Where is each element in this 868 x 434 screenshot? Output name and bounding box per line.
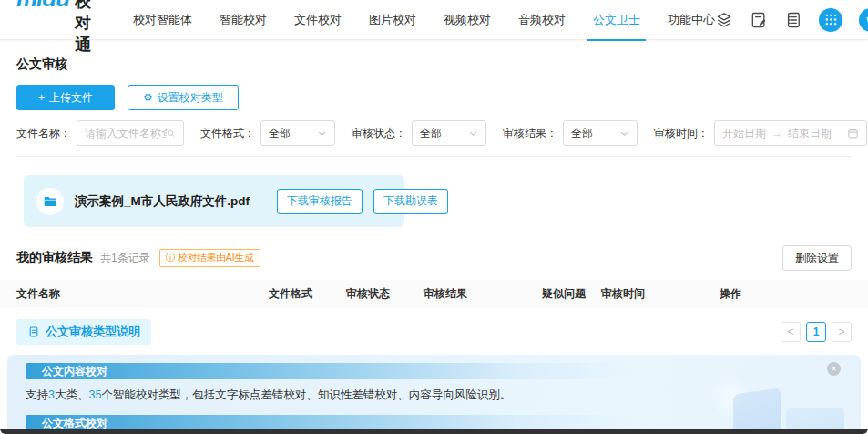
file-format-label: 文件格式：: [200, 126, 255, 141]
col-file-name: 文件名称: [16, 286, 269, 302]
logo-text-en: midu: [16, 0, 69, 13]
results-count: 共1条记录: [100, 251, 150, 266]
col-review-status: 审核状态: [346, 286, 424, 302]
upload-file-button[interactable]: + 上传文件: [16, 85, 115, 110]
filter-review-result: 审核结果： 全部: [503, 120, 638, 146]
file-format-select[interactable]: 全部: [260, 120, 335, 146]
filter-review-status: 审核状态： 全部: [352, 120, 486, 146]
results-header: 我的审核结果 共1条记录 ⓘ 校对结果由AI生成 删除设置: [16, 245, 852, 271]
filter-file-name: 文件名称：: [16, 120, 184, 146]
nav-item-audio-proof[interactable]: 音频校对: [518, 0, 566, 41]
navbar-actions: w: [715, 8, 868, 32]
section-divider: [16, 156, 852, 157]
demo-file-name: 演示案例_M市人民政府文件.pdf: [75, 193, 250, 210]
apps-grid-button[interactable]: [819, 8, 842, 32]
review-status-select[interactable]: 全部: [412, 120, 486, 146]
search-icon: [167, 128, 176, 140]
col-review-time: 审核时间: [601, 286, 720, 302]
apps-grid-icon: [825, 14, 837, 26]
ai-generated-badge: ⓘ 校对结果由AI生成: [159, 249, 260, 267]
pagination-page-1[interactable]: 1: [806, 322, 826, 342]
date-range-picker[interactable]: 开始日期 → 结束日期: [714, 120, 867, 146]
chevron-down-icon: [317, 129, 327, 139]
panel-illustration-block-1: [733, 388, 781, 434]
top-navbar: midu 校对通 校对智能体 智能校对 文件校对 图片校对 视频校对 音频校对 …: [0, 0, 868, 40]
nav-item-proof-agent[interactable]: 校对智能体: [133, 0, 192, 41]
document-icon: [27, 326, 40, 338]
layers-icon[interactable]: [715, 11, 733, 29]
calendar-icon: [847, 128, 859, 140]
review-status-label: 审核状态：: [352, 126, 406, 141]
page-title: 公文审核: [16, 57, 852, 73]
col-suspected-issues: 疑似问题: [542, 286, 601, 302]
nav-item-image-proof[interactable]: 图片校对: [369, 0, 416, 41]
download-report-button[interactable]: 下载审核报告: [277, 189, 363, 214]
review-time-label: 审核时间：: [654, 126, 709, 141]
col-file-format: 文件格式: [269, 286, 346, 302]
results-table-header: 文件名称 文件格式 审核状态 审核结果 疑似问题 审核时间 操作: [0, 280, 868, 308]
info-circle-icon: ⓘ: [166, 252, 176, 264]
folder-icon: [43, 194, 57, 209]
start-date-placeholder[interactable]: 开始日期: [722, 126, 766, 141]
folder-icon-wrap: [36, 188, 64, 215]
nav-item-file-proof[interactable]: 文件校对: [294, 0, 342, 41]
chevron-down-icon: [619, 129, 629, 139]
gear-icon: ⚙: [143, 91, 153, 104]
close-icon[interactable]: ×: [827, 362, 841, 376]
type-explain-row: 公文审核类型说明 < 1 >: [16, 319, 852, 345]
review-result-select[interactable]: 全部: [563, 120, 638, 146]
range-arrow: →: [771, 127, 782, 140]
nav-item-feature-center[interactable]: 功能中心: [668, 0, 715, 41]
file-name-search-input[interactable]: [77, 120, 184, 146]
filter-review-time: 审核时间： 开始日期 → 结束日期: [654, 120, 867, 146]
proof-type-info-panel: 公文内容校对 支持3大类、35个智能校对类型，包括文字标点差错校对、知识性差错校…: [7, 355, 861, 434]
main-nav: 校对智能体 智能校对 文件校对 图片校对 视频校对 音频校对 公文卫士 功能中心: [133, 0, 715, 41]
plus-icon: +: [38, 91, 45, 104]
download-errata-button[interactable]: 下载勘误表: [373, 189, 448, 214]
pagination-next-button[interactable]: >: [832, 322, 852, 342]
nav-item-smart-proof[interactable]: 智能校对: [220, 0, 267, 41]
review-result-label: 审核结果：: [503, 126, 557, 141]
brand-logo[interactable]: midu 校对通: [16, 0, 91, 56]
proof-type-explain-button[interactable]: 公文审核类型说明: [16, 319, 151, 345]
document-edit-icon[interactable]: [750, 11, 768, 29]
demo-file-card: 演示案例_M市人民政府文件.pdf 下载审核报告 下载勘误表: [24, 175, 404, 227]
window-bottom-edge: [0, 429, 868, 434]
main-content: 公文审核 + 上传文件 ⚙ 设置校对类型 文件名称： 文件格式： 全部: [0, 57, 868, 345]
notebook-icon[interactable]: [784, 11, 802, 29]
action-button-row: + 上传文件 ⚙ 设置校对类型: [16, 85, 852, 110]
filter-bar: 文件名称： 文件格式： 全部 审核状态： 全部 审核结果：: [16, 120, 852, 146]
delete-settings-button[interactable]: 删除设置: [782, 245, 852, 271]
col-review-result: 审核结果: [424, 286, 542, 302]
col-actions: 操作: [720, 286, 852, 302]
pagination: < 1 >: [781, 322, 852, 342]
logo-text-cn: 校对通: [75, 0, 91, 56]
pagination-prev-button[interactable]: <: [781, 322, 801, 342]
nav-item-gongwen-guard[interactable]: 公文卫士: [593, 0, 640, 41]
search-input[interactable]: [85, 127, 167, 140]
results-title: 我的审核结果: [16, 250, 93, 266]
nav-item-video-proof[interactable]: 视频校对: [444, 0, 491, 41]
set-proof-type-button[interactable]: ⚙ 设置校对类型: [128, 85, 239, 110]
file-name-label: 文件名称：: [16, 126, 71, 141]
end-date-placeholder[interactable]: 结束日期: [788, 126, 832, 141]
user-avatar[interactable]: w: [859, 8, 868, 32]
filter-file-format: 文件格式： 全部: [200, 120, 335, 146]
content-proof-heading-bar: 公文内容校对: [26, 363, 640, 379]
chevron-down-icon: [468, 129, 478, 139]
